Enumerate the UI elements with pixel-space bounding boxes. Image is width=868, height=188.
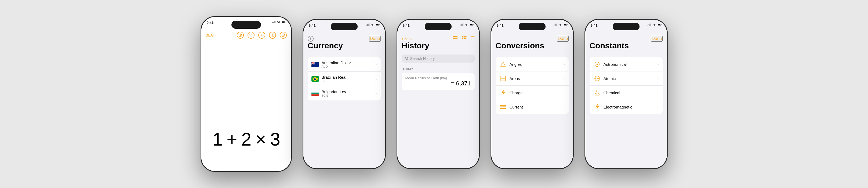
circle-dot-icon [594,62,600,67]
signal-icon-3 [460,23,463,26]
chevron-icon: › [376,91,377,96]
svg-point-73 [596,64,598,65]
calc-expression: 1 + 2 × 3 [202,129,291,150]
svg-rect-68 [651,23,651,26]
conversions-done-button[interactable]: Done [557,36,568,42]
svg-rect-31 [311,91,319,93]
svg-rect-13 [368,24,368,26]
flask-icon [595,90,599,96]
chevron-icon: › [657,62,659,66]
svg-rect-54 [556,24,556,26]
svg-rect-14 [369,23,369,26]
bg-flag-svg [311,91,319,96]
currency-name-2: Brazilian Real BRL [322,75,376,83]
bars-icon [500,105,506,109]
svg-rect-41 [453,36,455,37]
svg-rect-43 [455,36,458,37]
wifi-icon-2 [371,23,375,26]
svg-rect-1 [273,22,274,23]
phones-container: 9:41 [0,0,868,188]
status-icons [272,21,286,23]
constants-list: Astronomical › [585,57,667,168]
atomic-icon [593,75,601,82]
undo-icon[interactable] [248,32,254,39]
play-icon[interactable] [280,32,287,39]
svg-rect-55 [557,23,557,26]
const-item-chemical[interactable]: Chemical › [590,86,662,100]
svg-point-48 [462,38,463,39]
charge-icon [499,89,507,96]
currency-title: Currency [308,41,381,50]
chemical-icon [593,89,601,96]
history-card: Mean Radius of Earth (km) = 6,371 [402,73,475,90]
conversion-item-charge[interactable]: Charge › [496,86,569,100]
signal-icon [272,21,275,23]
svg-rect-17 [376,24,378,25]
svg-rect-53 [555,25,556,26]
grid-view-icon [462,36,467,40]
constants-done-button[interactable]: Done [651,36,662,42]
svg-rect-16 [379,25,379,25]
phone-conversions: 9:41 [491,19,574,169]
phone-currency: 9:41 [303,19,386,169]
svg-point-8 [272,35,273,36]
history-icon[interactable] [237,32,244,39]
status-icons-4 [554,23,567,26]
svg-point-77 [596,94,597,95]
add-icon[interactable] [258,32,265,39]
chevron-icon: › [657,105,659,109]
history-entry-value: = 6,371 [405,80,471,87]
battery-icon-2 [376,23,380,26]
list-item[interactable]: Australian Dollar AUD › [308,57,381,72]
electromagnetic-icon [593,103,601,111]
flag-au [311,62,319,67]
grid-icon-areas [500,75,506,82]
svg-rect-33 [311,94,319,96]
svg-rect-66 [649,25,649,26]
const-item-atomic[interactable]: Atomic › [590,71,662,86]
deg-label[interactable]: DEG [206,33,214,37]
conversion-item-areas[interactable]: Areas › [496,71,569,86]
info-icon[interactable]: i [308,36,314,42]
status-icons-5 [648,23,661,26]
chevron-icon: › [376,77,377,81]
settings-icon[interactable] [269,32,276,39]
conversion-item-angles[interactable]: Angles › [496,57,569,71]
status-icons-3 [460,23,474,26]
currency-name-3: Bulgarian Lev BGN [322,89,376,97]
list-item[interactable]: Bulgarian Lev BGN › [308,86,381,100]
dynamic-island-2 [331,23,358,30]
list-item[interactable]: Brazilian Real BRL › [308,72,381,86]
svg-rect-3 [275,21,275,23]
conversion-label-current: Current [509,105,563,109]
calc-tools [237,32,287,39]
svg-rect-71 [658,24,660,25]
svg-point-9 [271,34,274,37]
conversion-item-current[interactable]: Current › [496,100,569,114]
const-item-astronomical[interactable]: Astronomical › [590,57,662,71]
history-search[interactable]: Search History [397,55,479,63]
signal-icon-5 [648,23,651,26]
status-time: 9:41 [207,21,214,25]
snowflake-icon [594,75,600,82]
svg-rect-12 [367,25,368,26]
svg-rect-11 [366,25,367,26]
back-button[interactable]: ‹ Back [402,36,413,42]
svg-rect-57 [567,25,567,25]
svg-point-50 [465,38,466,39]
section-label: TODAY [402,67,475,71]
currency-done-button[interactable]: Done [369,36,380,42]
dynamic-island [231,21,261,29]
back-chevron-icon: ‹ [402,36,403,42]
svg-rect-42 [453,38,455,39]
svg-rect-36 [462,24,462,26]
svg-rect-6 [282,22,284,23]
wifi-icon-3 [465,23,468,26]
const-item-electromagnetic[interactable]: Electromagnetic › [590,100,662,114]
phone-constants: 9:41 [585,19,668,169]
dynamic-island-4 [519,23,546,30]
currency-title-area: Currency [303,41,385,50]
const-label-atomic: Atomic [603,76,657,81]
status-icons-2 [366,23,380,26]
conversions-title: Conversions [496,41,569,50]
